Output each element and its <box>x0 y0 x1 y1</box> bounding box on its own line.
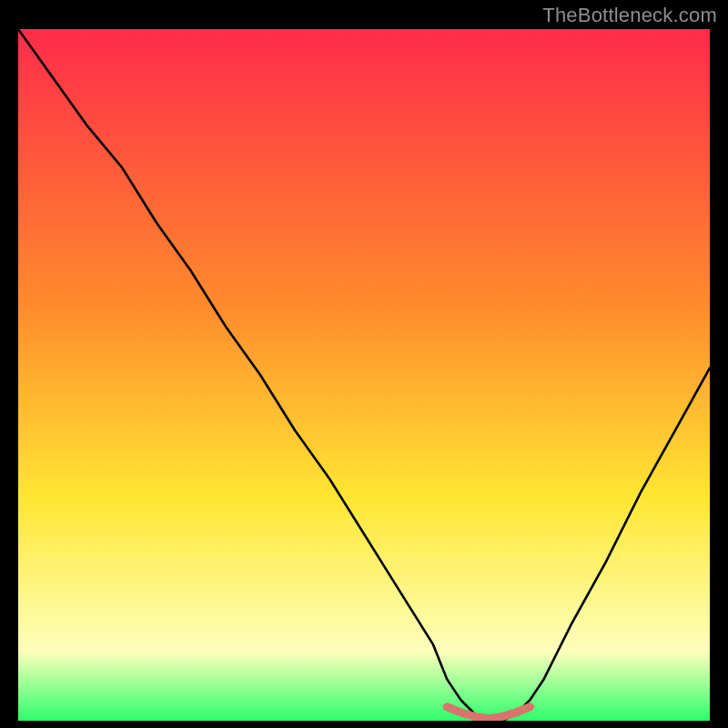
watermark-text: TheBottleneck.com <box>542 4 717 27</box>
chart-frame <box>18 29 710 721</box>
bottleneck-chart <box>18 29 710 721</box>
gradient-background <box>18 29 710 721</box>
